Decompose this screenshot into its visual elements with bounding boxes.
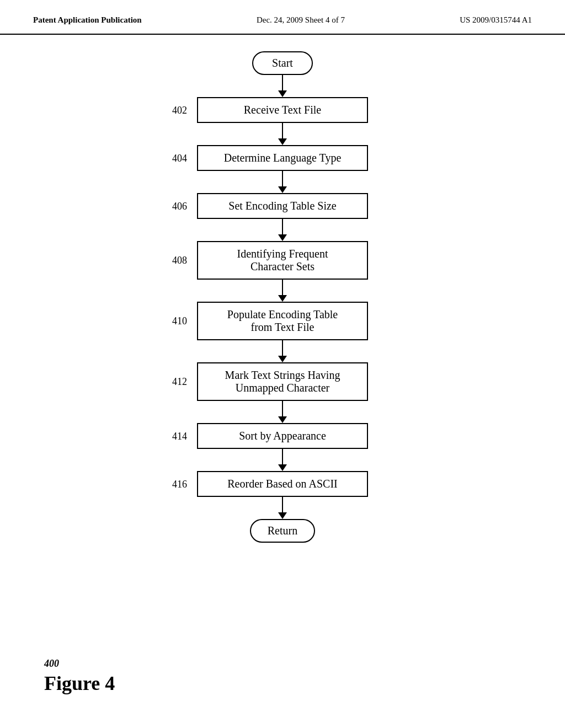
arrow-5 <box>278 340 287 362</box>
step-row-414: 414 Sort by Appearance <box>117 423 448 449</box>
arrow-4 <box>278 280 287 302</box>
step-box-406: Set Encoding Table Size <box>197 193 368 219</box>
arrow-6 <box>278 401 287 423</box>
figure-label: Figure 4 <box>44 672 115 695</box>
arrow-1 <box>278 123 287 145</box>
header-center: Dec. 24, 2009 Sheet 4 of 7 <box>257 15 345 25</box>
step-label-416: 416 <box>172 478 187 490</box>
arrow-7 <box>278 449 287 471</box>
figure-number: 400 <box>44 658 115 670</box>
step-row-404: 404 Determine Language Type <box>117 145 448 171</box>
arrow-2 <box>278 171 287 193</box>
step-label-406: 406 <box>172 200 187 212</box>
step-label-402: 402 <box>172 104 187 116</box>
step-label-404: 404 <box>172 152 187 164</box>
step-box-402: Receive Text File <box>197 97 368 123</box>
arrow-8 <box>278 497 287 519</box>
start-oval: Start <box>252 51 313 75</box>
step-row-416: 416 Reorder Based on ASCII <box>117 471 448 497</box>
arrow-0 <box>278 75 287 97</box>
step-label-408: 408 <box>172 255 187 266</box>
figure-section: 400 Figure 4 <box>44 658 115 695</box>
header-left: Patent Application Publication <box>33 15 142 25</box>
step-row-402: 402 Receive Text File <box>117 97 448 123</box>
main-content: Start 402 Receive Text File 404 Determin… <box>0 35 565 543</box>
flowchart: Start 402 Receive Text File 404 Determin… <box>117 51 448 543</box>
return-oval: Return <box>250 519 315 543</box>
step-box-408: Identifying FrequentCharacter Sets <box>197 241 368 280</box>
step-row-410: 410 Populate Encoding Tablefrom Text Fil… <box>117 302 448 340</box>
step-box-412: Mark Text Strings HavingUnmapped Charact… <box>197 362 368 401</box>
step-label-412: 412 <box>172 376 187 388</box>
step-row-412: 412 Mark Text Strings HavingUnmapped Cha… <box>117 362 448 401</box>
step-label-414: 414 <box>172 430 187 442</box>
step-row-408: 408 Identifying FrequentCharacter Sets <box>117 241 448 280</box>
header-right: US 2009/0315744 A1 <box>460 15 532 25</box>
step-box-416: Reorder Based on ASCII <box>197 471 368 497</box>
page-header: Patent Application Publication Dec. 24, … <box>0 0 565 35</box>
step-row-406: 406 Set Encoding Table Size <box>117 193 448 219</box>
step-box-404: Determine Language Type <box>197 145 368 171</box>
arrow-3 <box>278 219 287 241</box>
step-box-414: Sort by Appearance <box>197 423 368 449</box>
step-box-410: Populate Encoding Tablefrom Text File <box>197 302 368 340</box>
step-label-410: 410 <box>172 315 187 327</box>
